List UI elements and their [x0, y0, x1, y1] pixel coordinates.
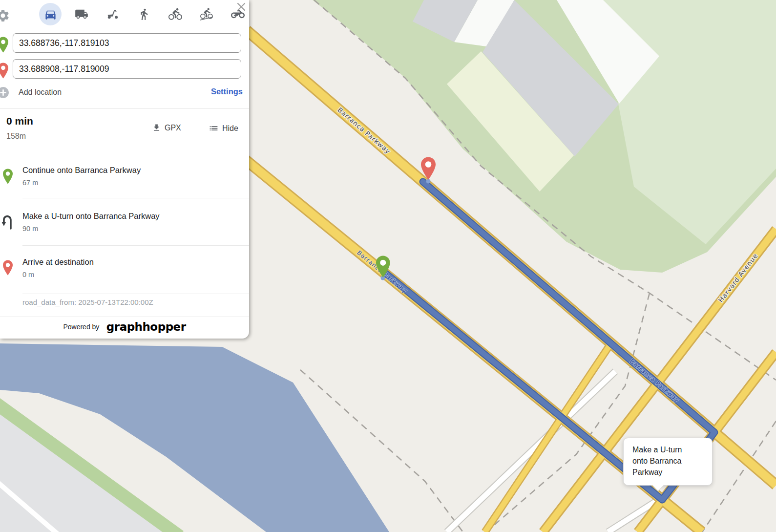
close-icon[interactable] — [236, 2, 246, 12]
gpx-download-button[interactable]: GPX — [152, 123, 181, 132]
transport-mode-row — [39, 3, 249, 25]
mode-bike-button[interactable] — [164, 3, 187, 25]
destination-coordinates-input[interactable] — [13, 59, 241, 79]
routing-panel: Add location Settings 0 min 158m GPX Hid… — [0, 0, 249, 339]
tooltip-line: Make a U-turn — [632, 444, 703, 455]
instruction-distance: 67 m — [22, 179, 38, 187]
route-duration: 0 min — [6, 115, 33, 127]
instruction-distance: 0 m — [22, 271, 34, 278]
graphhopper-app: Barranca Parkway Harvard Avenue Barranca… — [0, 0, 776, 532]
powered-by-row: Powered by graphhopper — [0, 320, 249, 333]
mode-walk-button[interactable] — [133, 3, 155, 25]
route-distance: 158m — [6, 132, 26, 141]
road-data-timestamp: road_data_from: 2025-07-13T22:00:00Z — [22, 298, 153, 306]
uturn-tooltip: Make a U-turn onto Barranca Parkway — [623, 438, 713, 486]
add-location-icon[interactable] — [0, 86, 9, 101]
powered-by-label: Powered by — [63, 323, 99, 331]
download-icon — [152, 123, 161, 132]
gear-icon[interactable] — [0, 8, 10, 25]
mode-scooter-button[interactable] — [102, 3, 124, 25]
start-coordinates-input[interactable] — [13, 33, 241, 53]
mode-truck-button[interactable] — [70, 3, 93, 25]
gpx-label: GPX — [165, 124, 181, 132]
graphhopper-logo[interactable]: graphhopper — [106, 320, 186, 333]
mode-mountain-bike-button[interactable] — [195, 3, 218, 25]
start-pin-icon — [2, 168, 14, 186]
start-pin-icon — [0, 36, 9, 55]
tooltip-line: onto Barranca — [632, 455, 703, 467]
hide-instructions-button[interactable]: Hide — [209, 123, 238, 133]
instruction-row[interactable]: Continue onto Barranca Parkway — [22, 166, 141, 175]
instruction-row[interactable]: Arrive at destination — [22, 257, 94, 267]
tooltip-line: Parkway — [632, 467, 703, 478]
hide-label: Hide — [222, 124, 238, 133]
mode-car-button[interactable] — [39, 3, 62, 25]
instruction-distance: 90 m — [22, 225, 38, 233]
settings-button[interactable]: Settings — [211, 87, 243, 96]
list-icon — [209, 123, 219, 133]
destination-pin-icon — [2, 259, 14, 277]
instruction-row[interactable]: Make a U-turn onto Barranca Parkway — [22, 212, 160, 221]
destination-pin-icon — [0, 62, 9, 81]
u-turn-icon — [0, 213, 15, 232]
add-location-button[interactable]: Add location — [19, 88, 62, 97]
